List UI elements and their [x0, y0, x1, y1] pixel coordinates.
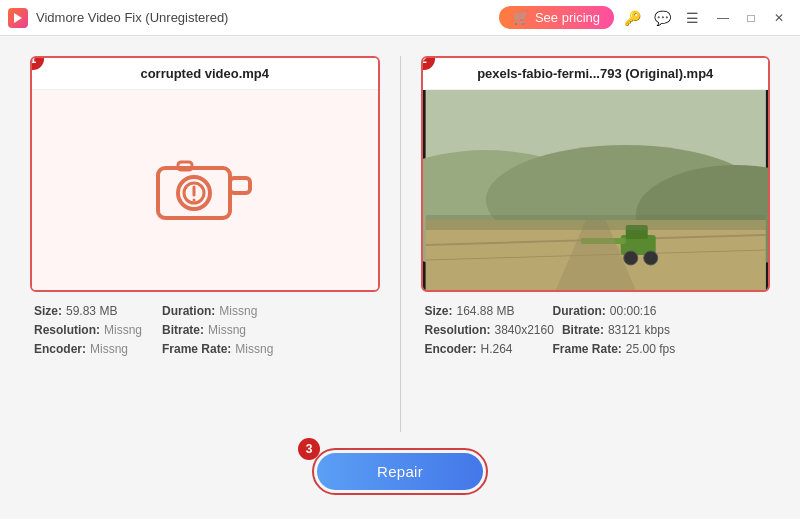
encoder-field: Encoder: Missng [34, 342, 154, 356]
title-bar-right: 🛒 See pricing 🔑 💬 ☰ — □ ✕ [499, 6, 792, 30]
encoder-label: Encoder: [34, 342, 86, 356]
info-row-1: Size: 59.83 MB Duration: Missng [34, 304, 376, 318]
badge-3: 3 [298, 438, 320, 460]
corrupted-video-box: 1 corrupted video.mp4 [30, 56, 380, 292]
r-encoder-value: H.264 [481, 342, 513, 356]
repair-btn-container: 3 Repair [312, 448, 488, 495]
title-bar-left: Vidmore Video Fix (Unregistered) [8, 8, 228, 28]
r-info-row-3: Encoder: H.264 Frame Rate: 25.00 fps [425, 342, 767, 356]
preview-svg [423, 90, 769, 290]
r-resolution-field: Resolution: 3840x2160 [425, 323, 554, 337]
encoder-value: Missng [90, 342, 128, 356]
r-info-row-2: Resolution: 3840x2160 Bitrate: 83121 kbp… [425, 323, 767, 337]
r-encoder-label: Encoder: [425, 342, 477, 356]
title-bar: Vidmore Video Fix (Unregistered) 🛒 See p… [0, 0, 800, 36]
bitrate-label: Bitrate: [162, 323, 204, 337]
key-button[interactable]: 🔑 [620, 6, 644, 30]
repair-button[interactable]: Repair [317, 453, 483, 490]
duration-label: Duration: [162, 304, 215, 318]
svg-point-5 [192, 198, 195, 201]
svg-rect-22 [425, 215, 765, 230]
r-bitrate-value: 83121 kbps [608, 323, 670, 337]
r-duration-label: Duration: [553, 304, 606, 318]
r-framerate-value: 25.00 fps [626, 342, 675, 356]
pricing-label: See pricing [535, 10, 600, 25]
repair-btn-wrap: Repair [312, 448, 488, 495]
original-info: Size: 164.88 MB Duration: 00:00:16 Resol… [421, 292, 771, 361]
original-video-box: 2 pexels-fabio-fermi...793 (Original).mp… [421, 56, 771, 292]
r-size-label: Size: [425, 304, 453, 318]
size-label: Size: [34, 304, 62, 318]
cart-icon: 🛒 [513, 10, 529, 25]
main-content: 1 corrupted video.mp4 [0, 36, 800, 519]
close-button[interactable]: ✕ [766, 7, 792, 29]
menu-button[interactable]: ☰ [680, 6, 704, 30]
svg-point-18 [623, 251, 637, 265]
app-title: Vidmore Video Fix (Unregistered) [36, 10, 228, 25]
resolution-label: Resolution: [34, 323, 100, 337]
resolution-value: Missng [104, 323, 142, 337]
info-row-3: Encoder: Missng Frame Rate: Missng [34, 342, 376, 356]
corrupted-info: Size: 59.83 MB Duration: Missng Resoluti… [30, 292, 380, 361]
right-panel: 2 pexels-fabio-fermi...793 (Original).mp… [421, 56, 771, 361]
window-controls: — □ ✕ [710, 7, 792, 29]
resolution-field: Resolution: Missng [34, 323, 154, 337]
r-framerate-label: Frame Rate: [553, 342, 622, 356]
original-video-title: pexels-fabio-fermi...793 (Original).mp4 [423, 58, 769, 90]
svg-rect-6 [230, 178, 250, 193]
r-resolution-label: Resolution: [425, 323, 491, 337]
maximize-button[interactable]: □ [738, 7, 764, 29]
svg-marker-0 [14, 13, 22, 23]
info-row-2: Resolution: Missng Bitrate: Missng [34, 323, 376, 337]
r-duration-field: Duration: 00:00:16 [553, 304, 673, 318]
r-info-row-1: Size: 164.88 MB Duration: 00:00:16 [425, 304, 767, 318]
r-resolution-value: 3840x2160 [495, 323, 554, 337]
framerate-field: Frame Rate: Missng [162, 342, 282, 356]
framerate-value: Missng [235, 342, 273, 356]
vertical-divider [400, 56, 401, 432]
r-size-value: 164.88 MB [457, 304, 515, 318]
chat-button[interactable]: 💬 [650, 6, 674, 30]
bottom-row: 3 Repair [30, 432, 770, 503]
duration-field: Duration: Missng [162, 304, 282, 318]
duration-value: Missng [219, 304, 257, 318]
bitrate-value: Missng [208, 323, 246, 337]
corrupted-video-body [32, 90, 378, 290]
panels-row: 1 corrupted video.mp4 [30, 56, 770, 432]
pricing-button[interactable]: 🛒 See pricing [499, 6, 614, 29]
original-video-preview [423, 90, 769, 290]
corrupted-video-title: corrupted video.mp4 [32, 58, 378, 90]
r-bitrate-label: Bitrate: [562, 323, 604, 337]
size-field: Size: 59.83 MB [34, 304, 154, 318]
r-size-field: Size: 164.88 MB [425, 304, 545, 318]
left-panel: 1 corrupted video.mp4 [30, 56, 380, 361]
svg-point-19 [643, 251, 657, 265]
bitrate-field: Bitrate: Missng [162, 323, 282, 337]
corrupted-icon [150, 148, 260, 233]
r-encoder-field: Encoder: H.264 [425, 342, 545, 356]
r-framerate-field: Frame Rate: 25.00 fps [553, 342, 676, 356]
r-duration-value: 00:00:16 [610, 304, 657, 318]
app-logo [8, 8, 28, 28]
minimize-button[interactable]: — [710, 7, 736, 29]
r-bitrate-field: Bitrate: 83121 kbps [562, 323, 682, 337]
size-value: 59.83 MB [66, 304, 117, 318]
framerate-label: Frame Rate: [162, 342, 231, 356]
